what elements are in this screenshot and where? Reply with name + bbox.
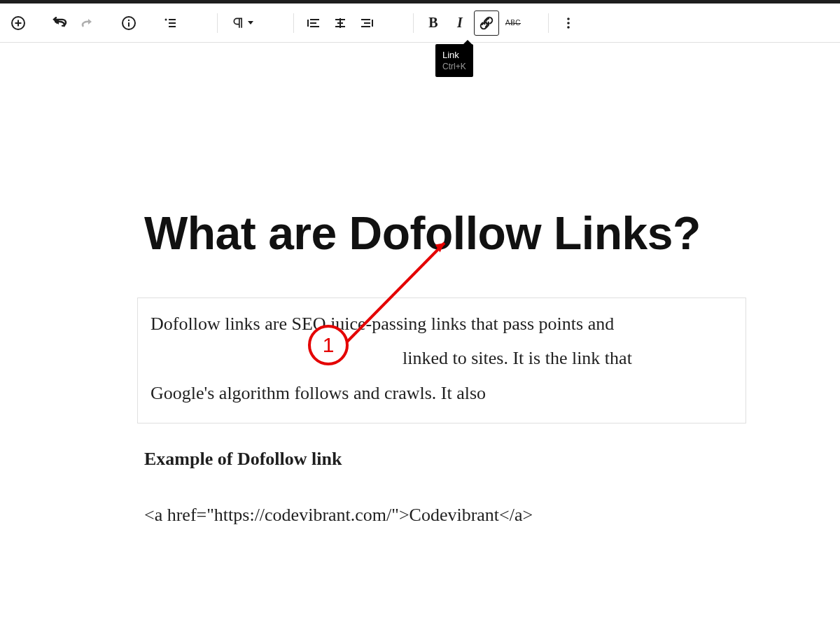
add-block-button[interactable] — [6, 10, 31, 36]
link-icon — [478, 15, 495, 31]
paragraph-line: Google's algorithm follows and crawls. I… — [150, 376, 733, 410]
tooltip-title: Link — [442, 50, 466, 60]
svg-point-25 — [567, 22, 570, 24]
toolbar-separator — [217, 13, 218, 33]
svg-line-30 — [346, 243, 444, 342]
strikethrough-button[interactable]: ABC — [500, 10, 526, 36]
tooltip-shortcut: Ctrl+K — [442, 62, 466, 71]
svg-point-24 — [567, 18, 570, 20]
chevron-down-icon — [248, 21, 253, 24]
align-right-button[interactable] — [354, 10, 379, 36]
editor-toolbar: B I ABC — [0, 4, 840, 43]
annotation-number: 1 — [308, 325, 349, 365]
svg-point-6 — [165, 18, 167, 20]
italic-button[interactable]: I — [447, 10, 472, 36]
subheading-block[interactable]: Example of Dofollow link — [144, 449, 840, 470]
svg-point-4 — [128, 19, 130, 20]
annotation-arrow — [343, 232, 469, 351]
link-button[interactable] — [474, 10, 499, 36]
paragraph-block-button[interactable] — [225, 10, 260, 36]
block-nav-button[interactable] — [158, 10, 183, 36]
align-center-button[interactable] — [328, 10, 353, 36]
svg-point-26 — [567, 26, 570, 29]
toolbar-separator — [548, 13, 549, 33]
link-tooltip: Link Ctrl+K — [435, 44, 473, 77]
toolbar-separator — [413, 13, 414, 33]
more-vertical-icon — [560, 15, 577, 31]
bold-button[interactable]: B — [421, 10, 446, 36]
annotation-circle-1: 1 — [308, 325, 349, 365]
info-button[interactable] — [116, 10, 141, 36]
align-left-button[interactable] — [301, 10, 326, 36]
toolbar-separator — [293, 13, 294, 33]
more-options-button[interactable] — [556, 10, 581, 36]
strikethrough-label: ABC — [505, 19, 521, 27]
redo-button[interactable] — [74, 10, 99, 36]
code-example-block[interactable]: <a href="https://codevibrant.com/">Codev… — [144, 505, 840, 526]
undo-button[interactable] — [48, 10, 73, 36]
editor-canvas: What are Dofollow Links? Dofollow links … — [0, 204, 840, 526]
